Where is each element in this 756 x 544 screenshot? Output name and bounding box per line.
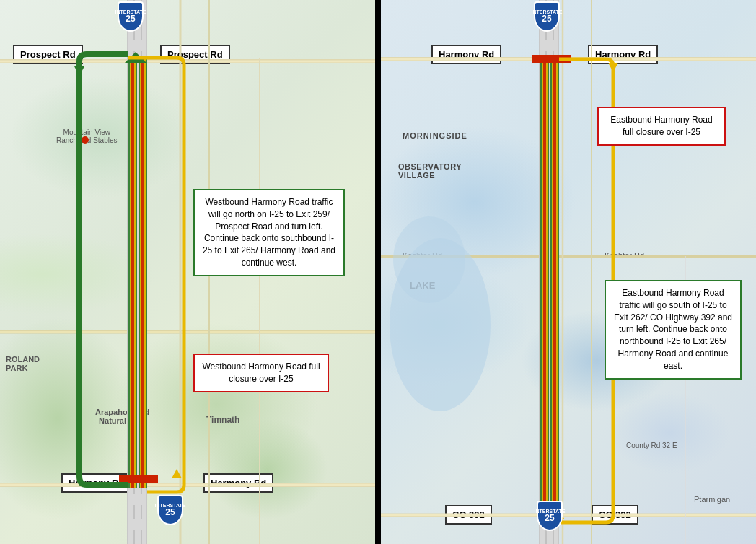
svg-point-23 <box>82 136 89 144</box>
eastbound-detour-box: Eastbound Harmony Road traffic will go s… <box>605 280 742 380</box>
svg-rect-38 <box>543 59 546 518</box>
westbound-detour-box: Westbound Harmony Road traffic will go n… <box>193 189 345 276</box>
svg-point-46 <box>393 216 465 303</box>
eastbound-closure-box: Eastbound Harmony Road full closure over… <box>597 107 726 146</box>
i25-shield-bottom-left: INTERSTATE 25 <box>157 495 183 525</box>
westbound-closure-box: Westbound Harmony Road full closure over… <box>193 354 329 392</box>
i25-shield-top-left: INTERSTATE 25 <box>118 1 144 32</box>
svg-rect-41 <box>553 59 556 518</box>
svg-rect-18 <box>141 58 144 488</box>
right-road-svg <box>381 0 756 544</box>
i25-shield-top-right: INTERSTATE 25 <box>534 1 560 32</box>
svg-marker-21 <box>74 66 84 76</box>
i25-shield-bottom-right: INTERSTATE 25 <box>537 501 563 531</box>
left-map-panel: Prospect Rd Prospect Rd Harmony Rd Harmo… <box>0 0 375 544</box>
svg-marker-43 <box>608 63 618 72</box>
svg-rect-15 <box>131 58 134 488</box>
right-map-panel: Harmony Rd Harmony Rd CO 392 CO 392 INTE… <box>381 0 756 544</box>
panel-divider <box>375 0 381 544</box>
